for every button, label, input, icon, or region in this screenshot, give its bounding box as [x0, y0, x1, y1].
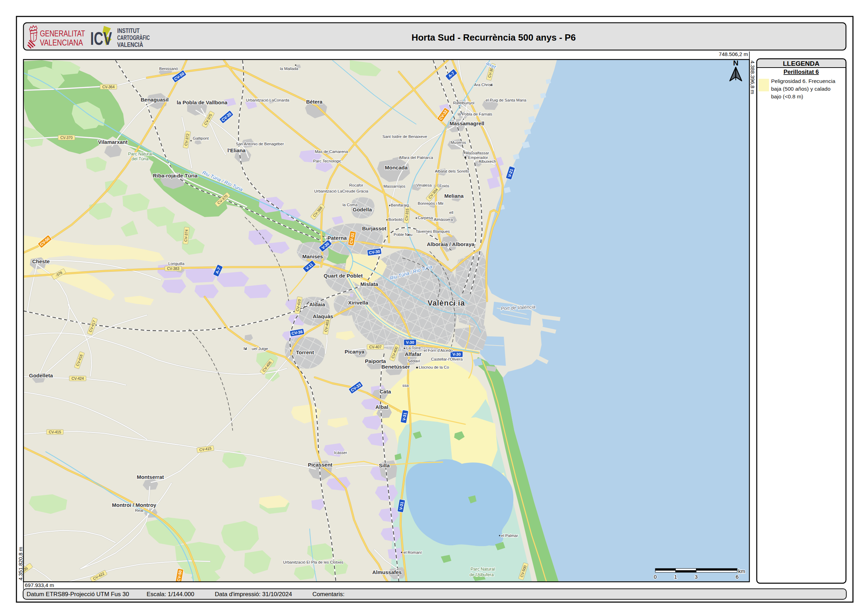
- svg-text:Godella: Godella: [353, 207, 372, 213]
- svg-text:Benissanó: Benissanó: [159, 67, 178, 71]
- svg-text:Valènci:ia: Valènci:ia: [428, 299, 465, 307]
- svg-text:N: N: [733, 59, 738, 67]
- svg-text:Albuixech: Albuixech: [479, 159, 496, 163]
- svg-text:Parc Natural: Parc Natural: [471, 567, 495, 572]
- svg-text:Godelleta: Godelleta: [29, 373, 53, 378]
- svg-text:Montserrat: Montserrat: [137, 474, 164, 480]
- svg-text:6: 6: [736, 574, 739, 580]
- svg-text:Mislata: Mislata: [360, 281, 378, 287]
- svg-text:Alboraia / Alboraya: Alboraia / Alboraya: [427, 241, 475, 247]
- svg-text:Loriguilla: Loriguilla: [168, 261, 185, 266]
- svg-text:Albal: Albal: [375, 404, 388, 410]
- svg-text:CV-424: CV-424: [71, 376, 84, 381]
- svg-text:VALENCIÀ: VALENCIÀ: [117, 41, 143, 48]
- svg-text:Borbotó: Borbotó: [388, 218, 402, 222]
- svg-text:Urbanització LaCreude Gràcia: Urbanització LaCreude Gràcia: [314, 189, 368, 193]
- svg-text:Icàsser: Icàsser: [334, 451, 347, 455]
- svg-text:el Forn d'Alcedo: el Forn d'Alcedo: [424, 348, 453, 353]
- svg-text:Massalfassar: Massalfassar: [465, 151, 489, 155]
- svg-text:La Torre: La Torre: [406, 346, 421, 350]
- svg-text:Urbanització El Pla de les Clo: Urbanització El Pla de les Clotxes: [283, 560, 344, 564]
- svg-text:Benifaraig: Benifaraig: [391, 203, 409, 207]
- svg-text:San Antonio de Benagéber: San Antonio de Benagéber: [236, 142, 284, 146]
- svg-text:Foiós: Foiós: [439, 184, 449, 188]
- svg-text:Perillositat 6: Perillositat 6: [783, 68, 819, 75]
- svg-text:Riba-roja de Túria: Riba-roja de Túria: [153, 173, 198, 179]
- svg-text:Almàssera: Almàssera: [434, 218, 453, 222]
- svg-text:Comentaris:: Comentaris:: [312, 591, 345, 598]
- svg-text:Bonrepòs i Mir: Bonrepòs i Mir: [418, 201, 443, 205]
- svg-text:la Coma: la Coma: [343, 203, 358, 207]
- svg-text:GENERALITAT: GENERALITAT: [40, 29, 85, 38]
- svg-text:Parc Natural: Parc Natural: [128, 152, 152, 157]
- svg-text:Paterna: Paterna: [327, 235, 347, 241]
- svg-text:Manises: Manises: [302, 253, 323, 260]
- svg-text:Silla: Silla: [379, 462, 390, 468]
- svg-text:Datum ETRS89-Projecció UTM Fus: Datum ETRS89-Projecció UTM Fus 30: [26, 591, 129, 598]
- svg-text:del Túria: del Túria: [132, 157, 148, 162]
- svg-text:Bétera: Bétera: [306, 99, 322, 105]
- svg-text:Rocafor: Rocafor: [349, 183, 363, 187]
- svg-text:CARTOGRÀFIC: CARTOGRÀFIC: [117, 34, 150, 41]
- svg-text:ell: ell: [449, 210, 453, 215]
- svg-text:Alfara del Patriarca: Alfara del Patriarca: [399, 155, 433, 160]
- svg-text:CV-415: CV-415: [49, 430, 61, 434]
- svg-text:Aldaia: Aldaia: [309, 302, 326, 307]
- svg-text:V-30: V-30: [406, 340, 414, 345]
- svg-text:CV-370: CV-370: [60, 135, 73, 140]
- svg-text:ICV: ICV: [90, 28, 112, 49]
- svg-text:4.351.820,8 m: 4.351.820,8 m: [17, 547, 23, 580]
- svg-text:3: 3: [695, 574, 698, 580]
- svg-text:Poble Nou: Poble Nou: [394, 232, 412, 237]
- svg-text:Museros: Museros: [451, 140, 466, 145]
- svg-text:la Mallada: la Mallada: [280, 67, 298, 71]
- svg-text:Rafelbunyol: Rafelbunyol: [453, 101, 474, 105]
- svg-text:Vilamarxant: Vilamarxant: [98, 139, 128, 145]
- svg-text:Castellar-l'Olivera: Castellar-l'Olivera: [431, 357, 463, 361]
- svg-text:Mas de Camarena: Mas de Camarena: [315, 149, 348, 154]
- svg-text:Moncada: Moncada: [385, 165, 408, 171]
- svg-text:Ara Christi: Ara Christi: [474, 82, 493, 87]
- svg-text:el Palmar: el Palmar: [501, 533, 518, 538]
- svg-text:Paiporta: Paiporta: [365, 358, 386, 364]
- svg-text:Picanya: Picanya: [345, 349, 364, 354]
- svg-text:Almussafes: Almussafes: [372, 569, 401, 575]
- svg-text:Burjassot: Burjassot: [362, 225, 386, 232]
- svg-text:Sedaví: Sedaví: [408, 359, 420, 363]
- svg-text:la Pobla de Vallbona: la Pobla de Vallbona: [177, 99, 228, 106]
- svg-text:748.506,2 m: 748.506,2 m: [719, 51, 748, 57]
- svg-text:LLEGENDA: LLEGENDA: [783, 60, 820, 67]
- svg-text:Alfafar: Alfafar: [405, 351, 422, 357]
- svg-text:el Romaní: el Romaní: [403, 550, 422, 555]
- svg-text:INSTITUT: INSTITUT: [117, 27, 140, 34]
- svg-text:el Puig de Santa Maria: el Puig de Santa Maria: [486, 98, 527, 102]
- svg-text:Peligrosidad 6. Frecuencia: Peligrosidad 6. Frecuencia: [771, 78, 835, 84]
- svg-text:Sant Isidre de Benaixeve: Sant Isidre de Benaixeve: [382, 134, 427, 138]
- svg-text:baja (500 años) y calado: baja (500 años) y calado: [771, 86, 831, 92]
- svg-text:Llocnou de la Co: Llocnou de la Co: [419, 365, 449, 369]
- svg-text:l'Eliana: l'Eliana: [228, 148, 246, 153]
- svg-text:Benetússer: Benetússer: [381, 364, 410, 370]
- svg-text:Gallipont: Gallipont: [193, 136, 209, 140]
- svg-text:Cheste: Cheste: [32, 258, 50, 264]
- svg-text:Cata: Cata: [380, 389, 391, 395]
- svg-text:Xirivella: Xirivella: [348, 300, 368, 306]
- svg-text:km: km: [738, 568, 745, 574]
- svg-text:Massamagrell: Massamagrell: [450, 120, 484, 126]
- svg-text:Meliana: Meliana: [444, 193, 464, 199]
- svg-text:la Pobla de Farnals: la Pobla de Farnals: [457, 112, 492, 116]
- svg-text:CV-383: CV-383: [167, 266, 179, 270]
- svg-text:Data d'impressió: 31/10/2024: Data d'impressió: 31/10/2024: [215, 591, 292, 598]
- svg-text:Urbanització LaConarda: Urbanització LaConarda: [246, 98, 290, 102]
- svg-text:Quart de Poblet: Quart de Poblet: [324, 273, 363, 279]
- svg-text:Massarrojos: Massarrojos: [383, 184, 406, 188]
- svg-text:bajo (<0.8 m): bajo (<0.8 m): [771, 93, 803, 99]
- svg-text:Torrent: Torrent: [296, 349, 314, 355]
- svg-text:de l'Albufera: de l'Albufera: [470, 572, 494, 577]
- svg-text:Picassent: Picassent: [308, 462, 332, 468]
- svg-text:697.933,4 m: 697.933,4 m: [25, 582, 54, 588]
- svg-text:Vinalesa: Vinalesa: [416, 183, 432, 187]
- svg-text:1: 1: [674, 574, 677, 580]
- svg-text:Carpesa: Carpesa: [418, 216, 433, 220]
- svg-text:Escala: 1/144.000: Escala: 1/144.000: [147, 591, 194, 598]
